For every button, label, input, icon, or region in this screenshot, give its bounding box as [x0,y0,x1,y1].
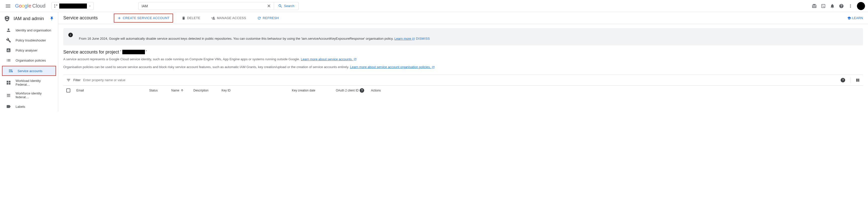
description-2: Organisation policies can be used to sec… [63,64,863,69]
workload-icon [6,80,11,85]
columns-icon[interactable] [856,78,860,82]
list-icon [6,58,11,63]
sidebar-item-label: Labels [16,105,25,109]
sort-asc-icon [180,89,184,92]
manage-access-button[interactable]: MANAGE ACCESS [209,15,249,22]
search-clear-icon[interactable]: ✕ [267,3,271,9]
person-add-icon [211,16,215,20]
description-1: A service account represents a Google Cl… [63,57,863,62]
sidebar-item-label: Workload Identity Federat… [16,79,54,86]
cloud-shell-icon[interactable] [821,3,826,8]
select-all-checkbox[interactable] [66,88,70,92]
hamburger-menu[interactable] [3,1,13,11]
svg-point-1 [56,4,57,5]
info-icon: i [68,33,73,37]
pin-icon[interactable] [50,16,54,21]
notice-text: From 16 June 2024, Google will automatic… [79,37,394,40]
create-button-label: CREATE SERVICE ACCOUNT [123,16,169,20]
th-keydate[interactable]: Key creation date [292,89,336,92]
refresh-button-label: REFRESH [263,16,279,20]
workforce-icon [6,93,11,98]
learn-button-label: LEARN [852,16,863,20]
more-icon[interactable] [848,3,853,8]
notifications-icon[interactable] [830,3,835,8]
oauth-help-icon[interactable]: ? [360,88,364,93]
learn-more-policies-link[interactable]: Learn more about service account organis… [350,65,434,69]
refresh-button[interactable]: REFRESH [255,15,281,22]
search-button[interactable]: Search [274,2,299,10]
external-link-icon [412,37,415,40]
svg-point-2 [54,6,55,7]
person-icon [6,28,11,33]
sidebar-item-workload[interactable]: Workload Identity Federat… [0,76,58,89]
th-description[interactable]: Description [193,89,221,92]
manage-button-label: MANAGE ACCESS [217,16,246,20]
search-icon [278,4,283,8]
page-title: Service accounts [63,15,98,21]
sidebar-item-labels[interactable]: Labels [0,102,58,112]
help-icon[interactable] [839,3,844,8]
sidebar-title: IAM and admin [13,16,46,21]
filter-help-icon[interactable]: ? [841,78,845,82]
delete-button[interactable]: DELETE [179,15,203,22]
learn-more-accounts-link[interactable]: Learn more about service accounts. [301,57,356,61]
search-input[interactable] [142,4,267,8]
sidebar-item-workforce[interactable]: Workforce identity federat… [0,89,58,102]
plus-icon [117,16,121,20]
section-title: Service accounts for project '' [63,50,863,55]
delete-button-label: DELETE [187,16,200,20]
avatar[interactable] [857,2,865,10]
notice-learn-more-link[interactable]: Learn more [394,37,415,40]
cloud-text: Cloud [32,3,45,9]
wrench-icon [6,38,11,43]
th-name[interactable]: Name [171,89,193,92]
search-box[interactable]: ✕ [138,2,274,10]
service-account-icon [8,68,13,74]
external-link-icon [353,58,356,61]
th-oauth[interactable]: OAuth 2 client ID ? [336,88,371,93]
filter-input[interactable] [83,78,838,82]
policy-icon [6,48,11,53]
google-cloud-logo[interactable]: Google Cloud [15,3,45,9]
divider [850,77,850,83]
sidebar-item-analyser[interactable]: Policy analyser [0,45,58,55]
sidebar-item-identity[interactable]: Identity and organisation [0,25,58,35]
refresh-icon [257,16,261,20]
gift-icon[interactable] [812,3,817,8]
filter-label: Filter [73,78,81,82]
svg-point-0 [54,4,55,5]
learn-icon [847,16,851,20]
dismiss-button[interactable]: DISMISS [416,36,430,41]
project-name-redacted [59,3,87,8]
th-keyid[interactable]: Key ID [221,89,292,92]
sidebar-item-label: Workforce identity federat… [16,91,54,99]
sidebar-item-label: Policy analyser [16,49,37,52]
sidebar-item-org-policies[interactable]: Organisation policies [0,55,58,65]
iam-shield-icon [4,16,10,22]
project-icon [54,4,58,8]
search-button-label: Search [284,4,294,8]
chevron-down-icon [88,4,91,7]
sidebar-item-label: Service accounts [18,69,42,73]
trash-icon [182,16,186,20]
th-email[interactable]: Email [76,89,149,92]
th-status[interactable]: Status [149,89,171,92]
sidebar-item-service-accounts[interactable]: Service accounts [2,66,56,76]
notice-banner: i From 16 June 2024, Google will automat… [63,28,863,46]
sidebar-item-label: Policy troubleshooter [16,38,46,42]
project-selector[interactable] [52,2,94,10]
create-service-account-button[interactable]: CREATE SERVICE ACCOUNT [114,13,173,23]
learn-button[interactable]: LEARN [847,16,863,20]
project-name-redacted [122,50,145,54]
sidebar-item-label: Identity and organisation [16,28,51,32]
sidebar-item-troubleshooter[interactable]: Policy troubleshooter [0,35,58,45]
sidebar-item-label: Organisation policies [16,59,46,62]
th-actions[interactable]: Actions [371,89,381,92]
filter-icon [66,78,71,82]
label-icon [6,104,11,109]
table-header: Email Status Name Description Key ID Key… [63,86,863,95]
external-link-icon [432,66,435,69]
